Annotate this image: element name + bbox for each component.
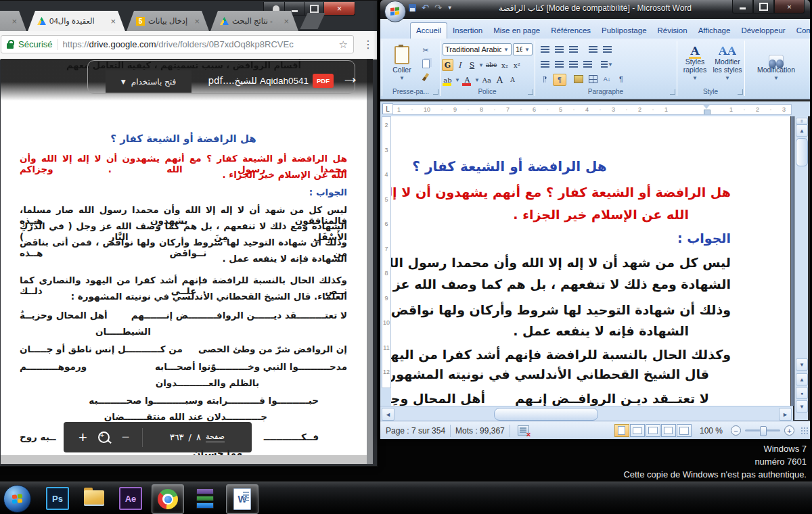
page-current[interactable]: ٨ <box>196 432 201 442</box>
tab-developpeur[interactable]: Développeur <box>736 23 790 39</box>
word-titlebar[interactable]: كتاب الرافضة [Mode de compatibilité] - M… <box>380 0 810 19</box>
taskbar-explorer[interactable] <box>78 484 110 513</box>
undo-icon[interactable]: ↶ <box>422 3 429 13</box>
horizontal-ruler[interactable]: L 1 · 10 · 9 · 8 · 7 · 6 · 5 · 4 · 3 · 2… <box>380 101 810 116</box>
justify-button[interactable] <box>581 59 593 70</box>
cut-button[interactable]: ✂ <box>420 45 432 55</box>
zoom-out-icon[interactable]: − <box>731 425 741 436</box>
url-text[interactable]: https://drive.google.com/drive/folders/0… <box>63 39 334 49</box>
line-spacing-button[interactable]: ▼ <box>601 59 613 70</box>
scroll-up-icon[interactable]: ▲ <box>796 124 808 137</box>
strikethrough-button[interactable]: abe <box>484 59 498 71</box>
taskbar-photoshop[interactable]: Ps <box>42 484 73 513</box>
font-name-select[interactable]: Traditional Arabic ▼ <box>443 43 512 55</box>
scrollbar-thumb[interactable] <box>494 408 598 421</box>
italic-button[interactable]: I <box>454 59 466 71</box>
chrome-close-button[interactable]: × <box>323 2 355 16</box>
address-bar[interactable]: Sécurisé https://drive.google.com/drive/… <box>1 35 354 53</box>
bullets-button[interactable] <box>539 44 551 55</box>
superscript-button[interactable]: x² <box>511 59 522 71</box>
save-icon[interactable] <box>409 4 416 11</box>
vertical-scrollbar[interactable]: ≡ ▲ ▼ ▲ ● ▼ <box>794 116 808 420</box>
page-count[interactable]: Page : 7 sur 354 <box>386 426 445 436</box>
tab-affichage[interactable]: Affichage <box>693 23 736 39</box>
dialog-launcher-icon[interactable] <box>433 89 438 95</box>
increase-indent-button[interactable] <box>601 44 613 55</box>
taskbar-word[interactable]: W <box>226 484 258 514</box>
word-maximize-button[interactable] <box>753 0 774 14</box>
chrome-menu-icon[interactable]: ⋮ <box>363 38 374 51</box>
scroll-left-icon[interactable]: ◄ <box>382 408 394 421</box>
tab-accueil[interactable]: Accueil <box>410 22 447 39</box>
document-page[interactable]: هل الرافضة أو الشيعة كفار ؟ هل الرافضة أ… <box>391 116 790 406</box>
grow-font-button[interactable]: A <box>494 74 505 86</box>
quick-styles-button[interactable]: A Stylesrapides ▼ <box>679 42 710 85</box>
chevron-down-icon[interactable]: ▼ <box>478 62 484 68</box>
browser-tab[interactable]: نتائج البحث - × <box>210 11 298 31</box>
zoom-thumb[interactable] <box>760 426 767 436</box>
dialog-launcher-icon[interactable] <box>670 89 675 95</box>
tab-references[interactable]: Références <box>545 23 596 39</box>
indent-marker[interactable] <box>703 105 710 114</box>
sort-button[interactable]: A↓ <box>601 74 613 85</box>
taskbar-chrome[interactable] <box>152 484 184 514</box>
zoom-out-button[interactable]: − <box>110 429 142 445</box>
tab-insertion[interactable]: Insertion <box>447 23 488 39</box>
browser-tab-active[interactable]: 04العقيدة وال × <box>28 11 125 31</box>
paste-button[interactable]: Coller ▼ <box>387 42 417 85</box>
show-hide-pilcrow-button[interactable]: ¶ <box>615 74 627 85</box>
tab-revision[interactable]: Révision <box>652 23 693 39</box>
bookmark-star-icon[interactable]: ☆ <box>339 39 348 51</box>
split-handle[interactable]: ≡ <box>796 118 808 124</box>
change-styles-button[interactable]: AA Modifierles styles ▼ <box>712 42 743 85</box>
chevron-down-icon[interactable]: ▼ <box>474 77 480 83</box>
multilevel-list-button[interactable] <box>567 44 579 55</box>
scrollbar-thumb[interactable] <box>796 138 808 166</box>
shrink-font-button[interactable]: A <box>507 74 518 86</box>
select-browse-object-icon[interactable]: ● <box>796 387 808 399</box>
outline-view-button[interactable] <box>661 424 676 437</box>
rtl-paragraph-button[interactable]: ¶ <box>553 74 566 86</box>
redo-icon[interactable]: ↷ <box>434 3 442 13</box>
draft-view-button[interactable] <box>677 424 692 437</box>
browser-tab[interactable]: 5 إدخال بيانات × <box>127 11 209 31</box>
proofing-status-icon[interactable] <box>518 425 529 436</box>
resize-grip[interactable] <box>801 427 808 434</box>
editing-button[interactable]: Modification ▼ <box>751 42 801 93</box>
tab-mise-en-page[interactable]: Mise en page <box>488 23 545 39</box>
decrease-indent-button[interactable] <box>587 44 599 55</box>
zoom-in-button[interactable]: + <box>64 429 98 446</box>
taskbar-winrar[interactable] <box>189 484 221 513</box>
tab-complements[interactable]: Compléments <box>791 23 810 39</box>
fullscreen-view-button[interactable] <box>630 424 645 437</box>
print-layout-view-button[interactable] <box>614 424 629 437</box>
bold-button[interactable]: G <box>442 59 453 71</box>
chevron-down-icon[interactable]: ▼ <box>455 77 460 83</box>
taskbar-after-effects[interactable]: Ae <box>115 484 146 513</box>
change-case-button[interactable]: Aa <box>481 74 493 86</box>
copy-button[interactable] <box>420 58 432 69</box>
align-right-button[interactable] <box>567 59 579 70</box>
shading-button[interactable] <box>572 74 585 85</box>
zoom-track[interactable] <box>745 429 780 431</box>
underline-button[interactable]: S <box>466 59 478 71</box>
browser-tab[interactable]: 00 × <box>0 11 26 31</box>
zoom-in-icon[interactable]: + <box>784 425 794 436</box>
open-with-button[interactable]: فتح باستخدام ▼ <box>106 70 191 93</box>
word-count[interactable]: Mots : 99,367 <box>455 426 505 436</box>
vertical-ruler[interactable]: 2 3 4 5 6 7 8 9 10 11 12 <box>380 116 391 406</box>
highlight-button[interactable]: ab <box>442 74 453 86</box>
dialog-launcher-icon[interactable] <box>738 89 743 95</box>
format-painter-button[interactable] <box>420 72 432 83</box>
align-left-button[interactable] <box>539 59 551 70</box>
ltr-paragraph-button[interactable]: ¶ <box>539 74 551 85</box>
word-close-button[interactable]: × <box>774 0 805 14</box>
zoom-level[interactable]: 100 % <box>700 426 723 436</box>
align-center-button[interactable] <box>553 59 565 70</box>
word-minimize-button[interactable] <box>732 0 753 14</box>
start-button[interactable] <box>3 485 31 513</box>
qat-customize-icon[interactable]: ▼ <box>447 5 453 11</box>
numbering-button[interactable] <box>553 44 565 55</box>
tab-close-icon[interactable]: × <box>194 17 200 26</box>
font-color-button[interactable]: A <box>461 74 473 86</box>
